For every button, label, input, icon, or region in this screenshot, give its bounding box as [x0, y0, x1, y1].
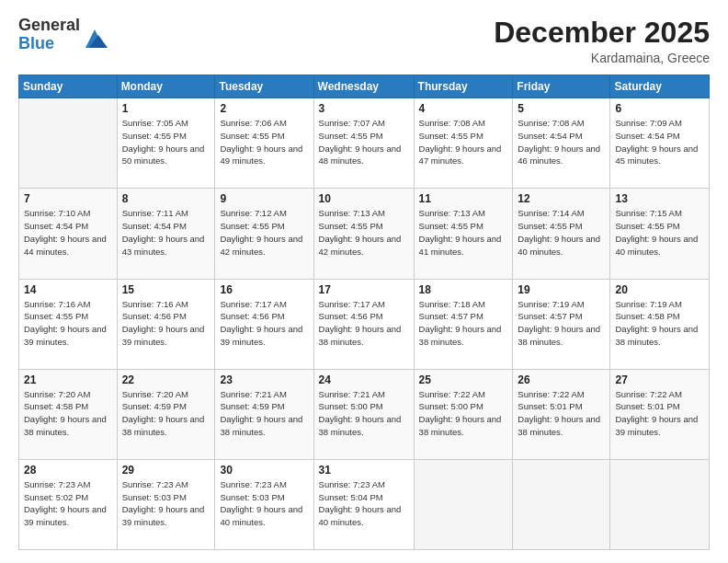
day-number: 26 — [518, 373, 605, 386]
day-number: 12 — [518, 192, 605, 205]
day-info: Sunrise: 7:14 AMSunset: 4:55 PMDaylight:… — [518, 207, 605, 258]
day-info: Sunrise: 7:19 AMSunset: 4:58 PMDaylight:… — [615, 298, 704, 349]
day-info: Sunrise: 7:09 AMSunset: 4:54 PMDaylight:… — [615, 117, 704, 167]
calendar-page: General Blue December 2025 Kardamaina, G… — [0, 0, 728, 563]
weekday-friday: Friday — [513, 75, 610, 98]
day-number: 13 — [615, 192, 704, 205]
day-info: Sunrise: 7:22 AMSunset: 5:00 PMDaylight:… — [419, 388, 508, 439]
day-number: 7 — [24, 192, 112, 205]
day-cell: 12Sunrise: 7:14 AMSunset: 4:55 PMDayligh… — [513, 189, 610, 279]
day-info: Sunrise: 7:20 AMSunset: 4:59 PMDaylight:… — [122, 388, 210, 439]
day-info: Sunrise: 7:06 AMSunset: 4:55 PMDaylight:… — [220, 117, 308, 167]
day-cell: 15Sunrise: 7:16 AMSunset: 4:56 PMDayligh… — [117, 279, 215, 369]
day-info: Sunrise: 7:16 AMSunset: 4:55 PMDaylight:… — [24, 298, 112, 349]
day-info: Sunrise: 7:11 AMSunset: 4:54 PMDaylight:… — [122, 207, 210, 258]
day-info: Sunrise: 7:21 AMSunset: 4:59 PMDaylight:… — [220, 388, 308, 439]
location: Kardamaina, Greece — [494, 51, 710, 65]
day-number: 5 — [518, 102, 605, 115]
day-number: 2 — [220, 102, 308, 115]
day-number: 8 — [122, 192, 210, 205]
day-number: 6 — [615, 102, 704, 115]
day-cell: 10Sunrise: 7:13 AMSunset: 4:55 PMDayligh… — [313, 189, 414, 279]
day-cell: 21Sunrise: 7:20 AMSunset: 4:58 PMDayligh… — [19, 369, 118, 459]
day-cell: 7Sunrise: 7:10 AMSunset: 4:54 PMDaylight… — [19, 189, 118, 279]
day-cell: 30Sunrise: 7:23 AMSunset: 5:03 PMDayligh… — [215, 459, 313, 549]
day-cell: 3Sunrise: 7:07 AMSunset: 4:55 PMDaylight… — [313, 98, 414, 189]
day-cell: 17Sunrise: 7:17 AMSunset: 4:56 PMDayligh… — [313, 279, 414, 369]
day-cell — [414, 459, 513, 549]
logo-general: General — [18, 17, 80, 35]
month-title: December 2025 — [494, 17, 710, 49]
day-cell: 25Sunrise: 7:22 AMSunset: 5:00 PMDayligh… — [414, 369, 513, 459]
day-cell: 24Sunrise: 7:21 AMSunset: 5:00 PMDayligh… — [313, 369, 414, 459]
day-cell: 5Sunrise: 7:08 AMSunset: 4:54 PMDaylight… — [513, 98, 610, 189]
day-info: Sunrise: 7:22 AMSunset: 5:01 PMDaylight:… — [615, 388, 704, 439]
day-cell: 26Sunrise: 7:22 AMSunset: 5:01 PMDayligh… — [513, 369, 610, 459]
day-cell: 20Sunrise: 7:19 AMSunset: 4:58 PMDayligh… — [610, 279, 710, 369]
day-number: 18 — [419, 283, 508, 296]
week-row-2: 7Sunrise: 7:10 AMSunset: 4:54 PMDaylight… — [19, 189, 710, 279]
day-info: Sunrise: 7:17 AMSunset: 4:56 PMDaylight:… — [319, 298, 409, 349]
logo: General Blue — [18, 17, 108, 53]
day-number: 15 — [122, 283, 210, 296]
day-info: Sunrise: 7:19 AMSunset: 4:57 PMDaylight:… — [518, 298, 605, 349]
day-cell: 11Sunrise: 7:13 AMSunset: 4:55 PMDayligh… — [414, 189, 513, 279]
day-cell: 18Sunrise: 7:18 AMSunset: 4:57 PMDayligh… — [414, 279, 513, 369]
header: General Blue December 2025 Kardamaina, G… — [18, 17, 710, 65]
day-info: Sunrise: 7:23 AMSunset: 5:02 PMDaylight:… — [24, 478, 112, 529]
week-row-5: 28Sunrise: 7:23 AMSunset: 5:02 PMDayligh… — [19, 459, 710, 549]
day-number: 10 — [319, 192, 409, 205]
title-block: December 2025 Kardamaina, Greece — [494, 17, 710, 65]
day-cell: 28Sunrise: 7:23 AMSunset: 5:02 PMDayligh… — [19, 459, 118, 549]
day-number: 28 — [24, 464, 112, 477]
day-cell: 19Sunrise: 7:19 AMSunset: 4:57 PMDayligh… — [513, 279, 610, 369]
day-info: Sunrise: 7:10 AMSunset: 4:54 PMDaylight:… — [24, 207, 112, 258]
day-number: 19 — [518, 283, 605, 296]
day-number: 23 — [220, 373, 308, 386]
day-cell: 14Sunrise: 7:16 AMSunset: 4:55 PMDayligh… — [19, 279, 118, 369]
weekday-tuesday: Tuesday — [215, 75, 313, 98]
day-cell: 1Sunrise: 7:05 AMSunset: 4:55 PMDaylight… — [117, 98, 215, 189]
day-cell: 6Sunrise: 7:09 AMSunset: 4:54 PMDaylight… — [610, 98, 710, 189]
day-info: Sunrise: 7:23 AMSunset: 5:03 PMDaylight:… — [220, 478, 308, 529]
day-cell: 13Sunrise: 7:15 AMSunset: 4:55 PMDayligh… — [610, 189, 710, 279]
day-number: 20 — [615, 283, 704, 296]
day-cell: 23Sunrise: 7:21 AMSunset: 4:59 PMDayligh… — [215, 369, 313, 459]
logo-blue: Blue — [18, 35, 80, 53]
day-cell — [610, 459, 710, 549]
day-number: 4 — [419, 102, 508, 115]
weekday-saturday: Saturday — [610, 75, 710, 98]
day-info: Sunrise: 7:16 AMSunset: 4:56 PMDaylight:… — [122, 298, 210, 349]
weekday-sunday: Sunday — [19, 75, 118, 98]
day-cell: 29Sunrise: 7:23 AMSunset: 5:03 PMDayligh… — [117, 459, 215, 549]
day-cell — [513, 459, 610, 549]
day-info: Sunrise: 7:18 AMSunset: 4:57 PMDaylight:… — [419, 298, 508, 349]
day-cell — [19, 98, 118, 189]
weekday-thursday: Thursday — [414, 75, 513, 98]
day-info: Sunrise: 7:05 AMSunset: 4:55 PMDaylight:… — [122, 117, 210, 167]
day-number: 27 — [615, 373, 704, 386]
day-cell: 9Sunrise: 7:12 AMSunset: 4:55 PMDaylight… — [215, 189, 313, 279]
weekday-wednesday: Wednesday — [313, 75, 414, 98]
day-cell: 16Sunrise: 7:17 AMSunset: 4:56 PMDayligh… — [215, 279, 313, 369]
day-cell: 2Sunrise: 7:06 AMSunset: 4:55 PMDaylight… — [215, 98, 313, 189]
week-row-3: 14Sunrise: 7:16 AMSunset: 4:55 PMDayligh… — [19, 279, 710, 369]
day-info: Sunrise: 7:23 AMSunset: 5:03 PMDaylight:… — [122, 478, 210, 529]
week-row-4: 21Sunrise: 7:20 AMSunset: 4:58 PMDayligh… — [19, 369, 710, 459]
day-info: Sunrise: 7:08 AMSunset: 4:55 PMDaylight:… — [419, 117, 508, 167]
day-info: Sunrise: 7:21 AMSunset: 5:00 PMDaylight:… — [319, 388, 409, 439]
day-info: Sunrise: 7:23 AMSunset: 5:04 PMDaylight:… — [319, 478, 409, 529]
day-number: 30 — [220, 464, 308, 477]
day-info: Sunrise: 7:20 AMSunset: 4:58 PMDaylight:… — [24, 388, 112, 439]
day-number: 25 — [419, 373, 508, 386]
day-number: 11 — [419, 192, 508, 205]
day-number: 29 — [122, 464, 210, 477]
day-info: Sunrise: 7:13 AMSunset: 4:55 PMDaylight:… — [319, 207, 409, 258]
day-info: Sunrise: 7:12 AMSunset: 4:55 PMDaylight:… — [220, 207, 308, 258]
day-number: 17 — [319, 283, 409, 296]
day-cell: 27Sunrise: 7:22 AMSunset: 5:01 PMDayligh… — [610, 369, 710, 459]
day-number: 14 — [24, 283, 112, 296]
day-number: 31 — [319, 464, 409, 477]
day-info: Sunrise: 7:13 AMSunset: 4:55 PMDaylight:… — [419, 207, 508, 258]
day-number: 24 — [319, 373, 409, 386]
